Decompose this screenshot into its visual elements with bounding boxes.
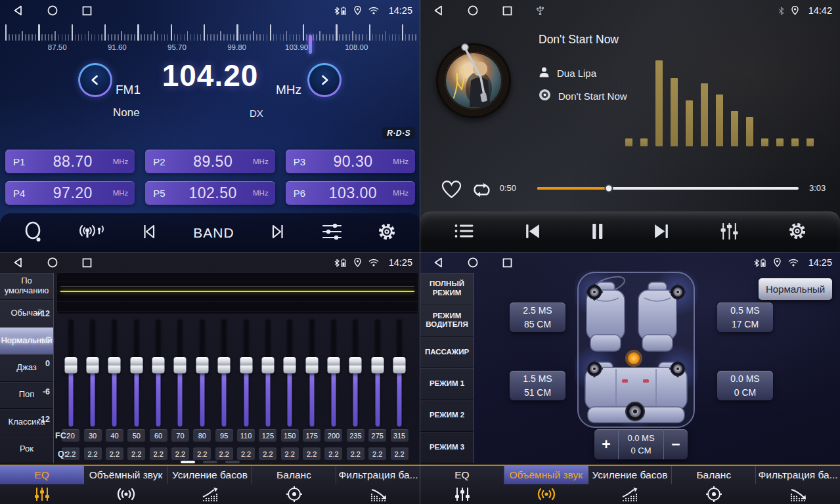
eq-band-slider[interactable] xyxy=(169,320,191,427)
slider-handle[interactable] xyxy=(108,357,121,373)
fc-value[interactable]: 70 xyxy=(171,429,189,442)
fc-value[interactable]: 30 xyxy=(84,429,102,442)
slider-handle[interactable] xyxy=(240,357,252,373)
eq-band-slider[interactable] xyxy=(104,320,125,427)
tab-balance[interactable]: Баланс xyxy=(672,466,756,504)
back-icon[interactable] xyxy=(433,5,443,16)
slider-handle[interactable] xyxy=(261,357,274,373)
slider-handle[interactable] xyxy=(152,357,165,373)
q-value[interactable]: 2.2 xyxy=(303,448,321,460)
fc-value[interactable]: 125 xyxy=(259,429,276,442)
eq-band-slider[interactable] xyxy=(345,320,366,427)
eq-band-slider[interactable] xyxy=(388,320,410,427)
settings-button[interactable] xyxy=(374,222,400,243)
broadcast-button[interactable] xyxy=(74,221,110,244)
preset-button-p4[interactable]: P497.20MHz xyxy=(5,181,135,205)
tab-bass-boost[interactable]: Усиление басов xyxy=(588,466,673,504)
fm-frequency-scale[interactable]: 87.5091.6095.7099.80103.90108.00 xyxy=(5,22,415,54)
q-value[interactable]: 2.2 xyxy=(259,448,276,460)
fc-value[interactable]: 275 xyxy=(368,429,386,442)
preset-button-p1[interactable]: P188.70MHz xyxy=(5,150,135,173)
increase-delay-button[interactable]: + xyxy=(594,429,618,459)
mode-item-2[interactable]: РЕЖИМ ВОДИТЕЛЯ xyxy=(420,304,474,336)
tab-filter[interactable]: Фильтрация ба... xyxy=(756,466,840,504)
preset-button-p3[interactable]: P390.30MHz xyxy=(286,150,415,173)
delay-box-front-left[interactable]: 2.5 MS85 CM xyxy=(510,303,565,332)
eq-band-slider[interactable] xyxy=(235,320,257,427)
delay-box-rear-right[interactable]: 0.0 MS0 CM xyxy=(717,371,773,400)
favorite-button[interactable] xyxy=(437,180,466,201)
page-dot-2[interactable] xyxy=(203,461,217,463)
sound-profile-button[interactable]: Нормальный xyxy=(759,278,832,300)
q-value[interactable]: 2.2 xyxy=(84,448,102,460)
fc-value[interactable]: 150 xyxy=(281,429,299,442)
car-cabin-speaker-map[interactable] xyxy=(575,270,697,432)
fc-value[interactable]: 235 xyxy=(347,429,365,442)
eq-preset-item-1[interactable]: По умолчанию xyxy=(0,273,53,300)
tab-balance[interactable]: Баланс xyxy=(252,466,336,504)
q-value[interactable]: 2.2 xyxy=(127,448,145,460)
slider-handle[interactable] xyxy=(284,357,296,373)
q-value[interactable]: 2.2 xyxy=(347,448,365,460)
q-value[interactable]: 2.2 xyxy=(171,448,189,460)
progress-knob[interactable] xyxy=(605,184,613,193)
slider-handle[interactable] xyxy=(174,357,187,373)
eq-band-slider[interactable] xyxy=(147,320,169,427)
band-button[interactable]: BAND xyxy=(189,224,238,242)
eq-band-slider[interactable] xyxy=(257,320,278,427)
slider-handle[interactable] xyxy=(305,357,318,373)
preset-button-p5[interactable]: P5102.50MHz xyxy=(145,181,275,205)
q-value[interactable]: 2.2 xyxy=(281,448,299,460)
home-icon[interactable] xyxy=(468,5,478,16)
back-icon[interactable] xyxy=(13,257,23,268)
previous-track-button[interactable] xyxy=(519,222,545,242)
preset-button-p2[interactable]: P289.50MHz xyxy=(145,150,275,173)
q-value[interactable]: 2.2 xyxy=(193,448,211,460)
slider-handle[interactable] xyxy=(196,357,208,373)
delay-box-rear-left[interactable]: 1.5 MS51 CM xyxy=(510,371,565,400)
audio-settings-button[interactable] xyxy=(318,222,346,243)
fc-value[interactable]: 315 xyxy=(391,429,409,442)
playlist-button[interactable] xyxy=(450,222,478,242)
home-icon[interactable] xyxy=(47,5,58,16)
q-value[interactable]: 2.2 xyxy=(215,448,233,460)
fm-tuning-needle[interactable] xyxy=(309,35,312,54)
eq-band-slider[interactable] xyxy=(279,320,301,427)
back-icon[interactable] xyxy=(433,257,443,268)
mode-item-5[interactable]: РЕЖИМ 2 xyxy=(420,400,474,431)
decrease-delay-button[interactable]: − xyxy=(664,429,688,459)
fc-value[interactable]: 60 xyxy=(150,429,167,442)
fc-value[interactable]: 50 xyxy=(127,429,145,442)
mode-item-1[interactable]: ПОЛНЫЙ РЕЖИМ xyxy=(420,273,474,304)
fc-value[interactable]: 175 xyxy=(303,429,321,442)
scan-search-button[interactable] xyxy=(20,220,47,245)
seek-down-button[interactable] xyxy=(78,63,112,97)
audio-settings-button[interactable] xyxy=(716,222,743,243)
recents-icon[interactable] xyxy=(502,258,512,268)
fc-value[interactable]: 80 xyxy=(193,429,211,442)
home-icon[interactable] xyxy=(468,257,478,268)
next-station-button[interactable] xyxy=(265,222,290,243)
previous-station-button[interactable] xyxy=(137,222,162,243)
slider-handle[interactable] xyxy=(64,357,77,373)
mode-item-3[interactable]: ПАССАЖИР xyxy=(420,337,474,368)
slider-handle[interactable] xyxy=(327,357,340,373)
progress-bar[interactable] xyxy=(537,187,799,190)
eq-band-slider[interactable] xyxy=(125,320,147,427)
eq-band-slider[interactable] xyxy=(81,320,103,427)
eq-preset-item-7[interactable]: Рок xyxy=(0,436,53,463)
fc-value[interactable]: 95 xyxy=(215,429,233,442)
fc-value[interactable]: 200 xyxy=(324,429,342,442)
pause-button[interactable] xyxy=(586,222,608,243)
delay-box-front-right[interactable]: 0.5 MS17 CM xyxy=(717,303,773,332)
slider-handle[interactable] xyxy=(130,357,143,373)
eq-band-slider[interactable] xyxy=(60,320,81,427)
eq-band-slider[interactable] xyxy=(322,320,344,427)
q-value[interactable]: 2.2 xyxy=(368,448,386,460)
page-dot-3[interactable] xyxy=(225,461,240,463)
home-icon[interactable] xyxy=(47,257,58,268)
q-value[interactable]: 2.2 xyxy=(391,448,409,460)
slider-handle[interactable] xyxy=(218,357,231,373)
page-dot-1[interactable] xyxy=(181,461,195,463)
recents-icon[interactable] xyxy=(502,6,512,16)
